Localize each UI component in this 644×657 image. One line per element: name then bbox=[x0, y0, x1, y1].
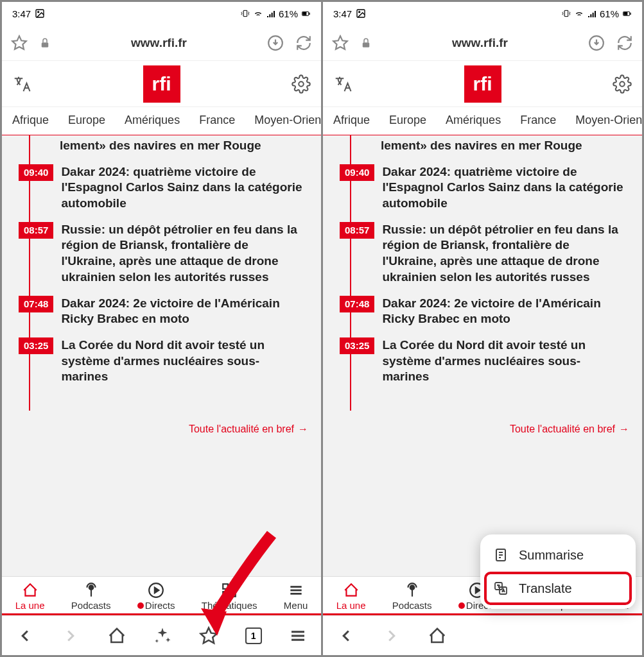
headline: Dakar 2024: 2e victoire de l'Américain R… bbox=[61, 296, 308, 327]
status-time: 3:47 bbox=[12, 8, 31, 19]
time-badge: 03:25 bbox=[19, 337, 53, 354]
download-icon[interactable] bbox=[267, 35, 284, 51]
svg-rect-33 bbox=[363, 42, 370, 47]
news-item[interactable]: 09:40 Dakar 2024: quatrième victoire de … bbox=[340, 154, 629, 212]
svg-rect-4 bbox=[309, 13, 309, 15]
reload-icon[interactable] bbox=[616, 35, 633, 51]
svg-rect-14 bbox=[223, 592, 228, 597]
battery-icon bbox=[300, 8, 311, 19]
svg-rect-13 bbox=[231, 584, 236, 589]
translate-icon[interactable] bbox=[333, 74, 352, 94]
all-news-link[interactable]: Toute l'actualité en bref → bbox=[338, 411, 629, 435]
download-icon[interactable] bbox=[588, 35, 605, 51]
browser-url-bar: www.rfi.fr bbox=[2, 25, 321, 61]
gear-icon[interactable] bbox=[613, 74, 632, 94]
back-button[interactable] bbox=[336, 626, 356, 645]
headline: Russie: un dépôt pétrolier en feu dans l… bbox=[382, 222, 629, 286]
arrow-right-icon: → bbox=[619, 423, 629, 435]
svg-marker-11 bbox=[155, 588, 159, 593]
arrow-right-icon: → bbox=[298, 423, 308, 435]
news-item[interactable]: 08:57 Russie: un dépôt pétrolier en feu … bbox=[340, 212, 629, 286]
svg-rect-31 bbox=[630, 13, 631, 15]
nav-tab-europe[interactable]: Europe bbox=[68, 114, 105, 127]
nav-podcasts[interactable]: Podcasts bbox=[71, 582, 111, 611]
menu-button[interactable] bbox=[288, 626, 308, 645]
nav-tab-ameriques[interactable]: Amériques bbox=[446, 114, 501, 127]
svg-point-28 bbox=[359, 12, 360, 13]
nav-tab-ameriques[interactable]: Amériques bbox=[125, 114, 180, 127]
category-tabs: Afrique Europe Amériques France Moyen-Or… bbox=[323, 107, 642, 135]
reload-icon[interactable] bbox=[295, 35, 312, 51]
bookmark-star-icon[interactable] bbox=[11, 35, 28, 51]
nav-la-une[interactable]: La une bbox=[15, 582, 45, 611]
status-bar: 3:47 61% bbox=[2, 2, 321, 25]
svg-point-1 bbox=[38, 12, 39, 13]
forward-button[interactable] bbox=[382, 626, 401, 645]
signal-icon bbox=[266, 8, 276, 19]
all-news-link[interactable]: Toute l'actualité en bref → bbox=[17, 411, 308, 435]
headline: Dakar 2024: quatrième victoire de l'Espa… bbox=[61, 164, 308, 212]
battery-icon bbox=[622, 8, 632, 19]
tabs-button[interactable]: 1 bbox=[245, 627, 262, 644]
nav-menu[interactable]: Menu bbox=[284, 582, 308, 611]
time-badge: 08:57 bbox=[19, 222, 53, 239]
time-badge: 08:57 bbox=[340, 222, 374, 239]
url-text[interactable]: www.rfi.fr bbox=[383, 36, 577, 50]
news-item[interactable]: lement» des navires en mer Rouge bbox=[19, 135, 308, 154]
phone-left: 3:47 61% www.rfi.fr rfi Afrique Europe A… bbox=[2, 2, 321, 655]
phone-right: 3:47 61% www.rfi.fr rfi Afrique Europe A… bbox=[323, 2, 642, 655]
bookmark-button[interactable] bbox=[199, 626, 218, 645]
popup-summarise[interactable]: Summarise bbox=[484, 538, 632, 572]
image-icon bbox=[35, 8, 45, 19]
home-icon bbox=[22, 582, 39, 599]
news-item[interactable]: lement» des navires en mer Rouge bbox=[340, 135, 629, 154]
menu-icon bbox=[288, 582, 304, 599]
nav-tab-france[interactable]: France bbox=[520, 114, 556, 127]
nav-directs[interactable]: Directs bbox=[137, 582, 175, 611]
category-tabs: Afrique Europe Amériques France Moyen-Or… bbox=[2, 107, 321, 135]
nav-tab-afrique[interactable]: Afrique bbox=[12, 114, 49, 127]
podcast-icon bbox=[83, 582, 100, 599]
wifi-icon bbox=[574, 8, 584, 19]
rfi-logo[interactable]: rfi bbox=[464, 65, 501, 103]
back-button[interactable] bbox=[15, 626, 35, 645]
news-item[interactable]: 03:25 La Corée du Nord dit avoir testé u… bbox=[19, 327, 308, 385]
sparkle-button[interactable] bbox=[153, 626, 172, 645]
nav-tab-afrique[interactable]: Afrique bbox=[333, 114, 370, 127]
headline: Russie: un dépôt pétrolier en feu dans l… bbox=[61, 222, 308, 286]
news-item[interactable]: 03:25 La Corée du Nord dit avoir testé u… bbox=[340, 327, 629, 385]
time-badge: 07:48 bbox=[19, 296, 53, 312]
rfi-logo[interactable]: rfi bbox=[143, 65, 180, 103]
news-content[interactable]: lement» des navires en mer Rouge 09:40 D… bbox=[323, 135, 642, 576]
browser-toolbar: 1 bbox=[2, 615, 321, 655]
popup-translate[interactable]: Translate bbox=[484, 572, 632, 605]
lock-icon bbox=[360, 37, 372, 49]
browser-url-bar: www.rfi.fr bbox=[323, 25, 642, 61]
url-text[interactable]: www.rfi.fr bbox=[62, 36, 256, 50]
news-item[interactable]: 09:40 Dakar 2024: quatrième victoire de … bbox=[19, 154, 308, 212]
nav-podcasts[interactable]: Podcasts bbox=[392, 582, 432, 611]
gear-icon[interactable] bbox=[292, 74, 311, 94]
browser-popup-menu: Summarise Translate bbox=[480, 534, 636, 609]
home-button[interactable] bbox=[428, 626, 447, 645]
time-badge: 09:40 bbox=[340, 164, 374, 181]
grid-icon bbox=[221, 582, 238, 599]
nav-thematiques[interactable]: Thématiques bbox=[202, 582, 257, 611]
home-button[interactable] bbox=[107, 626, 126, 645]
time-badge: 03:25 bbox=[340, 337, 374, 354]
news-content[interactable]: lement» des navires en mer Rouge 09:40 D… bbox=[2, 135, 321, 576]
forward-button[interactable] bbox=[61, 626, 80, 645]
bookmark-star-icon[interactable] bbox=[332, 35, 349, 51]
news-item[interactable]: 08:57 Russie: un dépôt pétrolier en feu … bbox=[19, 212, 308, 286]
nav-tab-moyen-orient[interactable]: Moyen-Orient bbox=[254, 114, 321, 127]
translate-icon[interactable] bbox=[12, 74, 31, 94]
nav-la-une[interactable]: La une bbox=[336, 582, 366, 611]
news-item[interactable]: 07:48 Dakar 2024: 2e victoire de l'Améri… bbox=[340, 286, 629, 327]
headline: lement» des navires en mer Rouge bbox=[60, 138, 264, 154]
signal-icon bbox=[587, 8, 597, 19]
headline: Dakar 2024: quatrième victoire de l'Espa… bbox=[382, 164, 629, 212]
nav-tab-france[interactable]: France bbox=[199, 114, 235, 127]
news-item[interactable]: 07:48 Dakar 2024: 2e victoire de l'Améri… bbox=[19, 286, 308, 327]
nav-tab-moyen-orient[interactable]: Moyen-Orient bbox=[575, 114, 642, 127]
nav-tab-europe[interactable]: Europe bbox=[389, 114, 426, 127]
